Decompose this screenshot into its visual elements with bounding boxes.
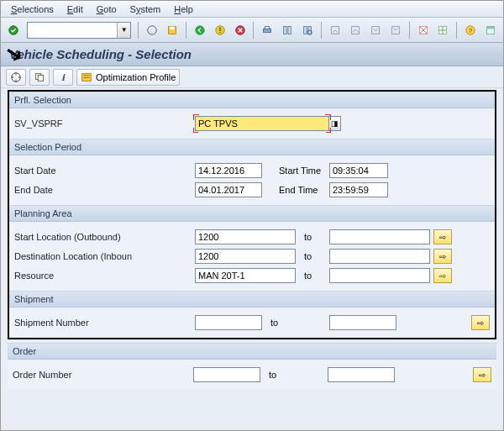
group-header-order: Order [8, 343, 496, 360]
group-shipment: Shipment Shipment Number to ⇨ [9, 291, 495, 338]
svg-rect-12 [304, 26, 307, 34]
svg-rect-31 [84, 77, 90, 78]
main-area: Prfl. Selection SV_VSPRF ◨ Selection Per… [1, 90, 503, 390]
shipment-number-low-input[interactable] [195, 315, 262, 330]
svg-rect-9 [265, 26, 270, 29]
group-prfl-selection: Prfl. Selection SV_VSPRF ◨ [9, 92, 495, 139]
start-time-label: Start Time [262, 166, 329, 176]
resource-multiselect-button[interactable]: ⇨ [433, 268, 452, 283]
page-title: Vehicle Scheduling - Selection [9, 47, 192, 61]
cancel-icon[interactable] [231, 21, 249, 39]
svg-point-4 [196, 25, 205, 34]
menu-system[interactable]: System [123, 3, 168, 16]
sv-vsprf-label: SV_VSPRF [14, 118, 195, 129]
sv-vsprf-search-help-icon[interactable]: ◨ [329, 116, 341, 131]
menu-help[interactable]: Help [167, 3, 200, 16]
page-up-icon[interactable] [346, 21, 365, 39]
page-first-icon[interactable] [326, 21, 344, 39]
shipment-number-multiselect-button[interactable]: ⇨ [471, 315, 490, 330]
optimization-profile-button[interactable]: Optimization Profile [76, 69, 180, 86]
order-number-multiselect-button[interactable]: ⇨ [473, 367, 491, 382]
end-time-label: End Time [262, 185, 329, 195]
group-header-period: Selection Period [9, 139, 495, 155]
group-header-prfl: Prfl. Selection [9, 92, 495, 108]
to-label: to [296, 251, 329, 261]
start-location-high-input[interactable] [329, 229, 430, 244]
to-label: to [296, 271, 329, 281]
resource-high-input[interactable] [329, 268, 430, 283]
destination-location-low-input[interactable] [195, 249, 296, 264]
page-title-bar: ↘ Vehicle Scheduling - Selection [1, 43, 503, 66]
shortcut-icon[interactable] [433, 21, 452, 39]
svg-rect-24 [487, 26, 495, 29]
optimization-profile-label: Optimization Profile [96, 72, 176, 82]
standard-toolbar: ▼ ? [1, 18, 503, 43]
save-icon[interactable] [163, 21, 181, 39]
group-selection-period: Selection Period Start Date Start Time E… [9, 139, 495, 205]
enter-icon[interactable] [4, 21, 23, 39]
page-last-icon[interactable] [386, 21, 405, 39]
exit-icon[interactable] [211, 21, 229, 39]
resource-low-input[interactable] [195, 268, 296, 283]
to-label: to [260, 370, 328, 380]
toolbar-separator [409, 22, 410, 39]
svg-text:?: ? [469, 26, 473, 34]
execute-button[interactable] [6, 69, 26, 86]
svg-point-1 [148, 25, 157, 34]
start-location-low-input[interactable] [195, 229, 296, 244]
help-icon[interactable]: ? [461, 21, 480, 39]
svg-rect-11 [288, 26, 291, 34]
group-header-planning: Planning Area [9, 205, 495, 222]
menu-goto[interactable]: Goto [90, 3, 123, 16]
toolbar-separator [253, 22, 254, 39]
destination-location-high-input[interactable] [329, 249, 430, 264]
end-date-input[interactable] [195, 182, 262, 197]
svg-rect-3 [170, 26, 174, 29]
group-header-shipment: Shipment [9, 291, 495, 307]
dynamic-selections-button[interactable]: ℹ [53, 69, 73, 86]
svg-text:ℹ: ℹ [61, 71, 66, 81]
svg-rect-8 [264, 29, 271, 32]
order-number-low-input[interactable] [193, 367, 260, 382]
layout-icon[interactable] [481, 21, 500, 39]
start-location-label: Start Location (Outbound) [14, 232, 195, 242]
start-date-label: Start Date [14, 166, 195, 176]
svg-rect-10 [284, 26, 287, 34]
toolbar-separator [186, 22, 186, 39]
svg-rect-30 [84, 75, 90, 76]
command-dropdown-icon[interactable]: ▼ [117, 23, 130, 38]
resource-label: Resource [14, 271, 195, 281]
svg-rect-16 [352, 26, 360, 34]
group-planning-area: Planning Area Start Location (Outbound) … [9, 205, 495, 291]
group-order: Order Order Number to ⇨ [8, 343, 496, 390]
destination-location-label: Destination Location (Inboun [14, 251, 195, 261]
back-icon[interactable] [143, 21, 161, 39]
end-date-label: End Date [14, 185, 195, 195]
order-number-high-input[interactable] [328, 367, 395, 382]
end-time-input[interactable] [329, 182, 388, 197]
destination-location-multiselect-button[interactable]: ⇨ [433, 249, 452, 264]
shipment-number-label: Shipment Number [14, 318, 195, 328]
sv-vsprf-input[interactable] [195, 116, 329, 131]
toolbar-separator [321, 22, 322, 39]
nav-back-icon[interactable] [191, 21, 209, 39]
print-icon[interactable] [258, 21, 276, 39]
find-next-icon[interactable] [298, 21, 317, 39]
find-icon[interactable] [278, 21, 297, 39]
shipment-number-high-input[interactable] [329, 315, 396, 330]
svg-rect-17 [371, 26, 379, 34]
command-field[interactable]: ▼ [27, 22, 131, 39]
svg-rect-27 [38, 75, 43, 81]
page-down-icon[interactable] [366, 21, 385, 39]
menu-edit[interactable]: Edit [60, 3, 90, 16]
start-location-multiselect-button[interactable]: ⇨ [433, 229, 452, 244]
selection-highlight-box: Prfl. Selection SV_VSPRF ◨ Selection Per… [8, 90, 496, 339]
start-date-input[interactable] [195, 163, 262, 178]
svg-point-6 [219, 31, 220, 32]
get-variant-button[interactable] [29, 69, 50, 86]
toolbar-separator [456, 22, 457, 39]
new-session-icon[interactable] [414, 21, 433, 39]
toolbar-separator [138, 22, 139, 39]
start-time-input[interactable] [329, 163, 388, 178]
menu-selections[interactable]: Selections [4, 3, 60, 16]
